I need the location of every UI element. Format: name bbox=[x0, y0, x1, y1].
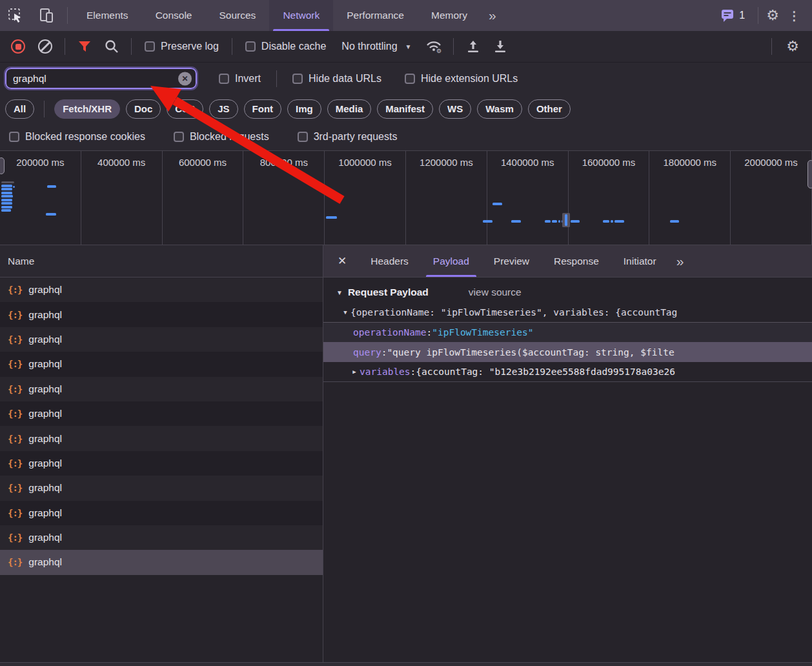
request-row[interactable]: {:}graphql bbox=[0, 550, 323, 574]
tab-console[interactable]: Console bbox=[142, 0, 206, 31]
request-row[interactable]: {:}graphql bbox=[0, 476, 323, 500]
collapse-icon[interactable]: ▼ bbox=[340, 309, 350, 316]
timeline-request-bar bbox=[326, 216, 337, 219]
request-name: graphql bbox=[28, 433, 62, 445]
close-icon[interactable]: ✕ bbox=[323, 245, 358, 277]
network-conditions-icon[interactable]: ⚙ bbox=[422, 35, 445, 58]
tab-performance[interactable]: Performance bbox=[333, 0, 418, 31]
more-detail-tabs-icon[interactable]: » bbox=[669, 245, 692, 277]
timeline-request-bar bbox=[1, 195, 13, 197]
export-har-icon[interactable] bbox=[489, 35, 512, 58]
request-row[interactable]: {:}graphql bbox=[0, 327, 323, 352]
type-filter-css[interactable]: CSS bbox=[167, 99, 203, 119]
request-name: graphql bbox=[28, 556, 62, 568]
request-payload-title: Request Payload bbox=[348, 287, 429, 298]
divider bbox=[232, 38, 232, 55]
record-button[interactable] bbox=[6, 35, 30, 58]
detail-tab-headers[interactable]: Headers bbox=[358, 245, 421, 277]
hide-extension-urls-checkbox[interactable]: Hide extension URLs bbox=[400, 73, 523, 85]
checkbox[interactable] bbox=[145, 41, 155, 52]
detail-tab-initiator[interactable]: Initiator bbox=[611, 245, 669, 277]
device-toolbar-icon[interactable] bbox=[31, 0, 62, 31]
timeline-request-bar bbox=[511, 220, 521, 223]
blocked-requests-checkbox[interactable]: Blocked requests bbox=[168, 131, 274, 143]
type-filter-other[interactable]: Other bbox=[528, 99, 571, 119]
inspect-element-icon[interactable] bbox=[0, 0, 31, 31]
payload-summary-row[interactable]: ▼ {operationName: "ipFlowTimeseries", va… bbox=[323, 302, 812, 322]
filter-funnel-icon[interactable] bbox=[73, 35, 96, 58]
hide-data-urls-label: Hide data URLs bbox=[309, 73, 381, 85]
3rd-party-requests-checkbox[interactable]: 3rd-party requests bbox=[292, 131, 403, 143]
invert-checkbox[interactable]: Invert bbox=[214, 73, 266, 85]
timeline-left-handle[interactable] bbox=[0, 157, 5, 174]
payload-row-operation-name[interactable]: operationName: "ipFlowTimeseries" bbox=[323, 322, 812, 342]
detail-tab-preview[interactable]: Preview bbox=[482, 245, 542, 277]
network-overview-timeline[interactable]: 200000 ms400000 ms600000 ms800000 ms1000… bbox=[0, 150, 812, 245]
expand-icon[interactable]: ▶ bbox=[349, 368, 360, 375]
tab-memory[interactable]: Memory bbox=[418, 0, 481, 31]
search-icon[interactable] bbox=[100, 35, 123, 58]
request-row[interactable]: {:}graphql bbox=[0, 352, 323, 376]
request-row[interactable]: {:}graphql bbox=[0, 525, 323, 550]
timeline-right-handle[interactable] bbox=[807, 160, 812, 188]
disable-cache-checkbox[interactable]: Disable cache bbox=[240, 41, 332, 52]
payload-row-query[interactable]: query: "query ipFlowTimeseries($accountT… bbox=[323, 342, 812, 362]
throttling-dropdown[interactable]: No throttling ▼ bbox=[335, 41, 418, 52]
name-column-header[interactable]: Name bbox=[0, 245, 323, 278]
request-row[interactable]: {:}graphql bbox=[0, 426, 323, 450]
request-detail-panel: ✕ HeadersPayloadPreviewResponseInitiator… bbox=[323, 245, 812, 662]
payload-row-variables[interactable]: ▶ variables: {accountTag: "b12e3b2192ee5… bbox=[323, 362, 812, 382]
type-filter-js[interactable]: JS bbox=[209, 99, 238, 119]
checkbox[interactable] bbox=[292, 74, 303, 84]
kebab-menu-icon[interactable]: ⋮ bbox=[782, 8, 807, 23]
more-tabs-icon[interactable]: » bbox=[481, 0, 504, 31]
request-row[interactable]: {:}graphql bbox=[0, 451, 323, 476]
checkbox[interactable] bbox=[405, 74, 415, 84]
clear-filter-icon[interactable]: ✕ bbox=[178, 72, 192, 85]
request-row[interactable]: {:}graphql bbox=[0, 302, 323, 327]
request-row[interactable]: {:}graphql bbox=[0, 401, 323, 426]
filter-input[interactable]: graphql ✕ bbox=[5, 68, 197, 89]
timeline-tick-label: 2000000 ms bbox=[731, 151, 812, 245]
network-settings-gear-icon[interactable]: ⚙ bbox=[780, 39, 806, 54]
timeline-request-bar bbox=[46, 213, 56, 216]
type-filter-manifest[interactable]: Manifest bbox=[377, 99, 433, 119]
settings-gear-icon[interactable]: ⚙ bbox=[766, 8, 779, 23]
timeline-request-bar bbox=[565, 214, 567, 226]
timeline-request-bar bbox=[13, 186, 15, 188]
type-filter-doc[interactable]: Doc bbox=[126, 99, 161, 119]
checkbox[interactable] bbox=[9, 132, 19, 142]
checkbox[interactable] bbox=[245, 41, 256, 52]
issues-button[interactable]: 1 bbox=[715, 8, 750, 23]
tab-sources[interactable]: Sources bbox=[206, 0, 270, 31]
type-filter-media[interactable]: Media bbox=[327, 99, 372, 119]
checkbox[interactable] bbox=[174, 132, 184, 142]
request-row[interactable]: {:}graphql bbox=[0, 377, 323, 401]
checkbox-label: Blocked response cookies bbox=[25, 131, 145, 143]
blocked-response-cookies-checkbox[interactable]: Blocked response cookies bbox=[4, 131, 150, 143]
type-filter-fetch-xhr[interactable]: Fetch/XHR bbox=[54, 99, 120, 119]
clear-network-log-icon[interactable] bbox=[34, 35, 57, 58]
type-filter-ws[interactable]: WS bbox=[439, 99, 471, 119]
type-filter-wasm[interactable]: Wasm bbox=[477, 99, 522, 119]
view-source-link[interactable]: view source bbox=[469, 287, 522, 298]
checkbox[interactable] bbox=[219, 74, 229, 84]
tab-network[interactable]: Network bbox=[269, 0, 333, 31]
divider bbox=[453, 38, 454, 55]
section-collapse-icon[interactable]: ▼ bbox=[336, 289, 343, 296]
type-filter-img[interactable]: Img bbox=[287, 99, 321, 119]
hide-data-urls-checkbox[interactable]: Hide data URLs bbox=[287, 73, 387, 85]
import-har-icon[interactable] bbox=[462, 35, 485, 58]
tab-elements[interactable]: Elements bbox=[73, 0, 142, 31]
type-filter-all[interactable]: All bbox=[5, 99, 34, 119]
detail-tab-response[interactable]: Response bbox=[542, 245, 611, 277]
request-row[interactable]: {:}graphql bbox=[0, 501, 323, 525]
preserve-log-checkbox[interactable]: Preserve log bbox=[139, 41, 224, 52]
chevron-down-icon: ▼ bbox=[405, 43, 412, 50]
detail-tab-payload[interactable]: Payload bbox=[421, 245, 482, 277]
checkbox[interactable] bbox=[298, 132, 308, 142]
json-braces-icon: {:} bbox=[8, 384, 22, 394]
type-filter-font[interactable]: Font bbox=[244, 99, 281, 119]
json-braces-icon: {:} bbox=[8, 334, 22, 345]
request-row[interactable]: {:}graphql bbox=[0, 278, 323, 302]
